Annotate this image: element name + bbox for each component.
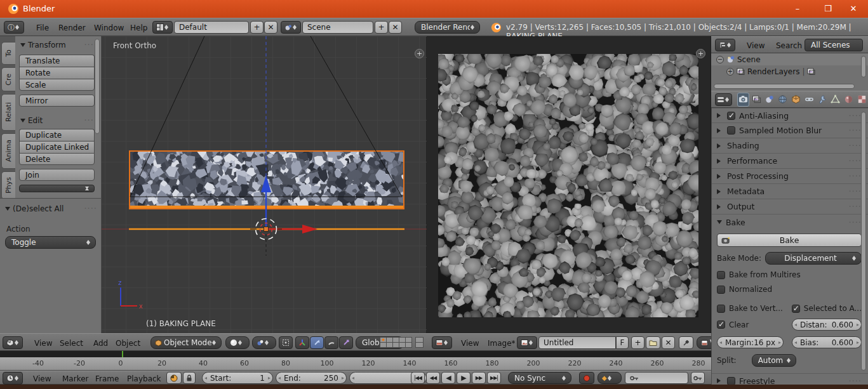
editor-type-info-button[interactable]: ⓘ	[4, 21, 24, 34]
panel-shading[interactable]: Shading	[712, 138, 868, 154]
menu-help[interactable]: Help	[130, 23, 147, 32]
region-expand-icon[interactable]: +	[696, 49, 705, 58]
collapse-icon[interactable]: −	[716, 56, 724, 63]
editor-type-image-button[interactable]	[432, 336, 452, 349]
manipulator-x-arrowhead[interactable]	[302, 225, 317, 234]
freestyle-checkbox[interactable]	[727, 377, 735, 385]
next-keyframe-button[interactable]: ▶▶	[472, 372, 486, 384]
panel-grip-icon[interactable]	[848, 156, 862, 166]
manipulator-axes-button[interactable]	[295, 336, 309, 349]
screen-layout-icon-button[interactable]	[152, 21, 173, 34]
expand-triangle-icon[interactable]	[717, 159, 723, 164]
panel-bake[interactable]: Bake	[712, 214, 868, 230]
tab-tools[interactable]: To	[1, 42, 15, 65]
tab-animation[interactable]: Anima	[1, 133, 15, 169]
panel-performance[interactable]: Performance	[712, 154, 868, 169]
expand-icon[interactable]: +	[726, 68, 734, 76]
viewport-menu-select[interactable]: Select	[60, 339, 83, 348]
image-menu-image[interactable]: Image*	[488, 339, 516, 348]
tab-material[interactable]	[843, 93, 855, 107]
rotate-button[interactable]: Rotate	[19, 67, 95, 79]
play-reverse-button[interactable]: ◀	[441, 372, 455, 384]
anti-aliasing-checkbox[interactable]	[727, 112, 735, 120]
translate-button[interactable]: Translate	[19, 55, 95, 67]
browse-image-button[interactable]	[517, 336, 537, 349]
timeline-menu-marker[interactable]: Marker	[62, 374, 88, 383]
tab-constraints[interactable]	[803, 93, 815, 107]
scale-button[interactable]: Scale	[19, 79, 95, 91]
toolshelf-scrollbar[interactable]	[95, 39, 100, 134]
bake-from-multires-row[interactable]: Bake from Multires	[717, 270, 862, 279]
panel-grip-icon[interactable]	[848, 187, 862, 196]
image-menu-view[interactable]: View	[461, 339, 479, 348]
keying-set-dropdown[interactable]: ◆	[598, 372, 622, 384]
menu-window[interactable]: Window	[94, 23, 124, 32]
expand-triangle-icon[interactable]	[717, 113, 723, 118]
tab-texture[interactable]	[856, 93, 868, 107]
frame-end-field[interactable]: End:250	[276, 372, 347, 384]
pin-button[interactable]	[679, 336, 693, 349]
bake-mode-dropdown[interactable]: Displacement	[765, 252, 862, 265]
editor-type-timeline-button[interactable]	[3, 372, 23, 385]
panel-metadata[interactable]: Metadata	[712, 184, 868, 199]
expand-triangle-icon[interactable]	[717, 378, 723, 383]
deselect-all-panel-header[interactable]: (De)select All	[0, 199, 101, 216]
region-expand-icon[interactable]: +	[415, 49, 424, 58]
editor-type-properties-button[interactable]	[715, 93, 732, 106]
fake-user-button[interactable]: F	[616, 336, 629, 349]
delete-scene-button[interactable]: ✕	[389, 21, 402, 34]
lock-time-button[interactable]	[183, 372, 196, 384]
manipulator-z-arrowhead[interactable]	[261, 175, 271, 192]
timeline-menu-frame[interactable]: Frame	[95, 374, 119, 383]
mirror-button[interactable]: Mirror	[19, 95, 95, 107]
normalized-row[interactable]: Normalized	[717, 285, 862, 294]
manipulator-scale-button[interactable]	[339, 336, 353, 349]
duplicate-linked-button[interactable]: Duplicate Linked	[19, 141, 95, 153]
delete-button[interactable]: Delete	[19, 153, 95, 165]
lock-layers-grid[interactable]	[415, 337, 424, 348]
mode-dropdown[interactable]: Object Mode	[150, 336, 222, 349]
menu-render[interactable]: Render	[58, 23, 86, 32]
panel-sampled-motion-blur[interactable]: Sampled Motion Blur	[712, 123, 868, 138]
open-image-button[interactable]	[646, 336, 660, 349]
scene-icon-button[interactable]	[281, 21, 301, 34]
split-dropdown[interactable]: Autom	[752, 354, 796, 367]
pivot-align-toggle[interactable]	[279, 336, 293, 349]
sync-mode-dropdown[interactable]: No Sync	[508, 372, 571, 384]
expand-triangle-icon[interactable]	[717, 204, 723, 209]
editor-type-3dview-button[interactable]	[3, 336, 23, 349]
action-dropdown[interactable]: Toggle	[5, 236, 96, 249]
render-engine-dropdown[interactable]: Blender Render	[415, 21, 480, 34]
uv-image-editor[interactable]: +	[427, 36, 711, 351]
outliner-horizontal-scrollbar[interactable]	[714, 84, 855, 89]
new-image-button[interactable]: +	[631, 336, 644, 349]
manipulator-rotate-button[interactable]	[324, 336, 338, 349]
tab-relations[interactable]: Relati	[1, 94, 15, 131]
expand-triangle-icon[interactable]	[717, 143, 723, 148]
manipulator-translate-button[interactable]	[310, 336, 324, 349]
panel-grip-icon[interactable]	[848, 126, 862, 135]
screen-layout-name-field[interactable]: Default	[174, 21, 249, 34]
tab-object[interactable]	[790, 93, 802, 107]
preview-range-button[interactable]	[166, 372, 182, 384]
baked-displacement-image[interactable]	[438, 54, 698, 317]
minimize-button[interactable]: –	[788, 3, 807, 15]
sampled-motion-blur-checkbox[interactable]	[727, 126, 735, 135]
manipulator-center[interactable]	[264, 227, 269, 232]
selected-to-active-row[interactable]: Selected to A...	[792, 304, 862, 313]
panel-post-processing[interactable]: Post Processing	[712, 169, 868, 184]
tab-scene[interactable]	[764, 93, 776, 107]
normalized-checkbox[interactable]	[717, 286, 725, 294]
play-button[interactable]: ▶	[457, 372, 471, 384]
timeline-menu-playback[interactable]: Playback	[127, 374, 161, 383]
tab-object-data[interactable]	[830, 93, 842, 107]
close-button[interactable]: ✕	[844, 3, 863, 15]
bake-margin-slider[interactable]: Margin:16 px	[717, 336, 784, 348]
jump-to-end-button[interactable]: ▶▶|	[487, 372, 501, 384]
add-scene-button[interactable]: +	[375, 21, 388, 34]
outliner-item-scene[interactable]: − Scene	[711, 53, 868, 65]
edit-panel-header[interactable]: Edit	[15, 112, 101, 128]
timeline-menu-view[interactable]: View	[33, 374, 51, 383]
panel-output[interactable]: Output	[712, 199, 868, 214]
collapse-triangle-icon[interactable]	[717, 220, 722, 224]
